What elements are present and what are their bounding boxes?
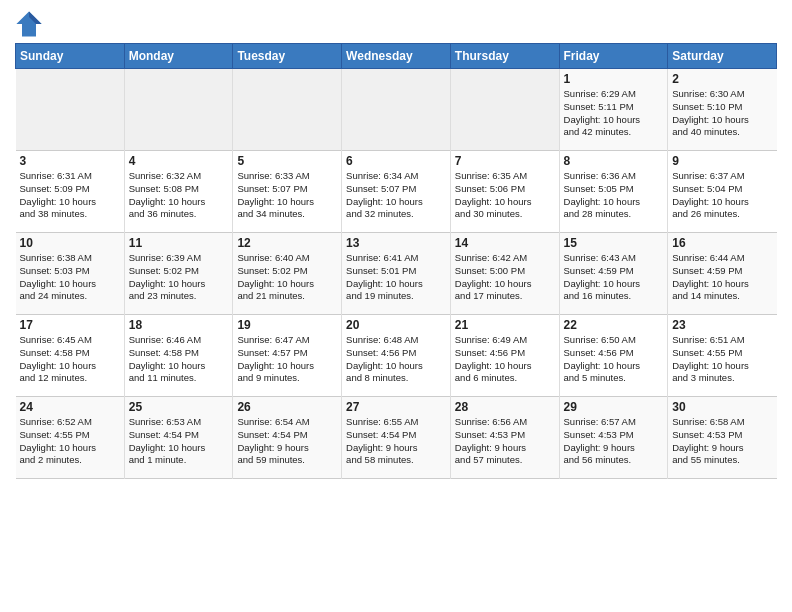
- day-header-thursday: Thursday: [450, 44, 559, 69]
- day-number: 6: [346, 154, 446, 168]
- calendar-cell: 17Sunrise: 6:45 AM Sunset: 4:58 PM Dayli…: [16, 315, 125, 397]
- page-container: SundayMondayTuesdayWednesdayThursdayFrid…: [0, 0, 792, 484]
- cell-content: Sunrise: 6:46 AM Sunset: 4:58 PM Dayligh…: [129, 334, 229, 385]
- calendar-cell: 12Sunrise: 6:40 AM Sunset: 5:02 PM Dayli…: [233, 233, 342, 315]
- day-number: 10: [20, 236, 120, 250]
- day-header-friday: Friday: [559, 44, 668, 69]
- calendar-cell: 27Sunrise: 6:55 AM Sunset: 4:54 PM Dayli…: [342, 397, 451, 479]
- cell-content: Sunrise: 6:38 AM Sunset: 5:03 PM Dayligh…: [20, 252, 120, 303]
- calendar-cell: 18Sunrise: 6:46 AM Sunset: 4:58 PM Dayli…: [124, 315, 233, 397]
- calendar-cell: 25Sunrise: 6:53 AM Sunset: 4:54 PM Dayli…: [124, 397, 233, 479]
- logo: [15, 10, 45, 38]
- cell-content: Sunrise: 6:34 AM Sunset: 5:07 PM Dayligh…: [346, 170, 446, 221]
- cell-content: Sunrise: 6:50 AM Sunset: 4:56 PM Dayligh…: [564, 334, 664, 385]
- calendar-cell: [450, 69, 559, 151]
- day-number: 27: [346, 400, 446, 414]
- calendar-cell: 7Sunrise: 6:35 AM Sunset: 5:06 PM Daylig…: [450, 151, 559, 233]
- calendar-cell: 29Sunrise: 6:57 AM Sunset: 4:53 PM Dayli…: [559, 397, 668, 479]
- day-number: 7: [455, 154, 555, 168]
- calendar-cell: 11Sunrise: 6:39 AM Sunset: 5:02 PM Dayli…: [124, 233, 233, 315]
- calendar-cell: [233, 69, 342, 151]
- cell-content: Sunrise: 6:31 AM Sunset: 5:09 PM Dayligh…: [20, 170, 120, 221]
- day-header-tuesday: Tuesday: [233, 44, 342, 69]
- cell-content: Sunrise: 6:40 AM Sunset: 5:02 PM Dayligh…: [237, 252, 337, 303]
- calendar-cell: 28Sunrise: 6:56 AM Sunset: 4:53 PM Dayli…: [450, 397, 559, 479]
- header-row: SundayMondayTuesdayWednesdayThursdayFrid…: [16, 44, 777, 69]
- calendar-cell: 30Sunrise: 6:58 AM Sunset: 4:53 PM Dayli…: [668, 397, 777, 479]
- day-header-wednesday: Wednesday: [342, 44, 451, 69]
- cell-content: Sunrise: 6:39 AM Sunset: 5:02 PM Dayligh…: [129, 252, 229, 303]
- calendar-body: 1Sunrise: 6:29 AM Sunset: 5:11 PM Daylig…: [16, 69, 777, 479]
- calendar-cell: 21Sunrise: 6:49 AM Sunset: 4:56 PM Dayli…: [450, 315, 559, 397]
- day-number: 13: [346, 236, 446, 250]
- cell-content: Sunrise: 6:43 AM Sunset: 4:59 PM Dayligh…: [564, 252, 664, 303]
- day-number: 1: [564, 72, 664, 86]
- calendar-cell: [342, 69, 451, 151]
- cell-content: Sunrise: 6:55 AM Sunset: 4:54 PM Dayligh…: [346, 416, 446, 467]
- day-number: 15: [564, 236, 664, 250]
- calendar-cell: [124, 69, 233, 151]
- cell-content: Sunrise: 6:54 AM Sunset: 4:54 PM Dayligh…: [237, 416, 337, 467]
- week-row-4: 24Sunrise: 6:52 AM Sunset: 4:55 PM Dayli…: [16, 397, 777, 479]
- day-number: 16: [672, 236, 772, 250]
- calendar-cell: 9Sunrise: 6:37 AM Sunset: 5:04 PM Daylig…: [668, 151, 777, 233]
- calendar-cell: [16, 69, 125, 151]
- day-number: 12: [237, 236, 337, 250]
- calendar-cell: 22Sunrise: 6:50 AM Sunset: 4:56 PM Dayli…: [559, 315, 668, 397]
- cell-content: Sunrise: 6:57 AM Sunset: 4:53 PM Dayligh…: [564, 416, 664, 467]
- cell-content: Sunrise: 6:37 AM Sunset: 5:04 PM Dayligh…: [672, 170, 772, 221]
- cell-content: Sunrise: 6:58 AM Sunset: 4:53 PM Dayligh…: [672, 416, 772, 467]
- day-number: 17: [20, 318, 120, 332]
- cell-content: Sunrise: 6:42 AM Sunset: 5:00 PM Dayligh…: [455, 252, 555, 303]
- calendar-cell: 15Sunrise: 6:43 AM Sunset: 4:59 PM Dayli…: [559, 233, 668, 315]
- calendar-table: SundayMondayTuesdayWednesdayThursdayFrid…: [15, 43, 777, 479]
- day-number: 28: [455, 400, 555, 414]
- calendar-cell: 14Sunrise: 6:42 AM Sunset: 5:00 PM Dayli…: [450, 233, 559, 315]
- calendar-cell: 4Sunrise: 6:32 AM Sunset: 5:08 PM Daylig…: [124, 151, 233, 233]
- calendar-cell: 5Sunrise: 6:33 AM Sunset: 5:07 PM Daylig…: [233, 151, 342, 233]
- day-number: 8: [564, 154, 664, 168]
- week-row-2: 10Sunrise: 6:38 AM Sunset: 5:03 PM Dayli…: [16, 233, 777, 315]
- calendar-cell: 20Sunrise: 6:48 AM Sunset: 4:56 PM Dayli…: [342, 315, 451, 397]
- day-number: 29: [564, 400, 664, 414]
- cell-content: Sunrise: 6:47 AM Sunset: 4:57 PM Dayligh…: [237, 334, 337, 385]
- day-number: 3: [20, 154, 120, 168]
- calendar-cell: 16Sunrise: 6:44 AM Sunset: 4:59 PM Dayli…: [668, 233, 777, 315]
- calendar-cell: 19Sunrise: 6:47 AM Sunset: 4:57 PM Dayli…: [233, 315, 342, 397]
- week-row-0: 1Sunrise: 6:29 AM Sunset: 5:11 PM Daylig…: [16, 69, 777, 151]
- cell-content: Sunrise: 6:56 AM Sunset: 4:53 PM Dayligh…: [455, 416, 555, 467]
- calendar-cell: 6Sunrise: 6:34 AM Sunset: 5:07 PM Daylig…: [342, 151, 451, 233]
- week-row-1: 3Sunrise: 6:31 AM Sunset: 5:09 PM Daylig…: [16, 151, 777, 233]
- calendar-cell: 13Sunrise: 6:41 AM Sunset: 5:01 PM Dayli…: [342, 233, 451, 315]
- cell-content: Sunrise: 6:41 AM Sunset: 5:01 PM Dayligh…: [346, 252, 446, 303]
- day-number: 22: [564, 318, 664, 332]
- calendar-cell: 10Sunrise: 6:38 AM Sunset: 5:03 PM Dayli…: [16, 233, 125, 315]
- day-header-saturday: Saturday: [668, 44, 777, 69]
- calendar-cell: 8Sunrise: 6:36 AM Sunset: 5:05 PM Daylig…: [559, 151, 668, 233]
- calendar-cell: 23Sunrise: 6:51 AM Sunset: 4:55 PM Dayli…: [668, 315, 777, 397]
- day-header-monday: Monday: [124, 44, 233, 69]
- week-row-3: 17Sunrise: 6:45 AM Sunset: 4:58 PM Dayli…: [16, 315, 777, 397]
- calendar-cell: 24Sunrise: 6:52 AM Sunset: 4:55 PM Dayli…: [16, 397, 125, 479]
- cell-content: Sunrise: 6:44 AM Sunset: 4:59 PM Dayligh…: [672, 252, 772, 303]
- cell-content: Sunrise: 6:52 AM Sunset: 4:55 PM Dayligh…: [20, 416, 120, 467]
- cell-content: Sunrise: 6:49 AM Sunset: 4:56 PM Dayligh…: [455, 334, 555, 385]
- day-number: 24: [20, 400, 120, 414]
- calendar-cell: 1Sunrise: 6:29 AM Sunset: 5:11 PM Daylig…: [559, 69, 668, 151]
- cell-content: Sunrise: 6:51 AM Sunset: 4:55 PM Dayligh…: [672, 334, 772, 385]
- calendar-cell: 2Sunrise: 6:30 AM Sunset: 5:10 PM Daylig…: [668, 69, 777, 151]
- day-number: 9: [672, 154, 772, 168]
- cell-content: Sunrise: 6:36 AM Sunset: 5:05 PM Dayligh…: [564, 170, 664, 221]
- day-header-sunday: Sunday: [16, 44, 125, 69]
- cell-content: Sunrise: 6:45 AM Sunset: 4:58 PM Dayligh…: [20, 334, 120, 385]
- day-number: 19: [237, 318, 337, 332]
- day-number: 25: [129, 400, 229, 414]
- day-number: 23: [672, 318, 772, 332]
- day-number: 14: [455, 236, 555, 250]
- cell-content: Sunrise: 6:30 AM Sunset: 5:10 PM Dayligh…: [672, 88, 772, 139]
- cell-content: Sunrise: 6:29 AM Sunset: 5:11 PM Dayligh…: [564, 88, 664, 139]
- cell-content: Sunrise: 6:33 AM Sunset: 5:07 PM Dayligh…: [237, 170, 337, 221]
- logo-icon: [15, 10, 43, 38]
- day-number: 21: [455, 318, 555, 332]
- header: [15, 10, 777, 38]
